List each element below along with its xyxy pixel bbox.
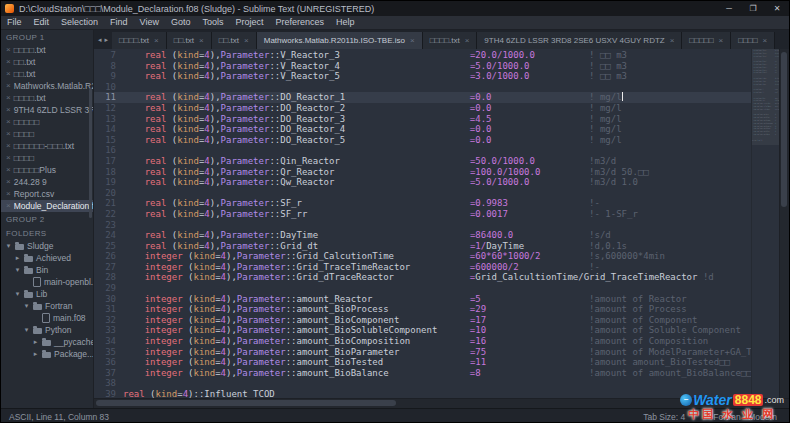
code-line[interactable]: 12 real (kind=4),Parameter::DO_Reactor_2… — [94, 103, 751, 114]
menu-item-file[interactable]: File — [1, 16, 28, 29]
tree-item[interactable]: ▸Achieved — [1, 252, 93, 264]
code-line[interactable]: 7 real (kind=4),Parameter::V_Reactor_3 =… — [94, 50, 751, 61]
tab-close-icon[interactable]: × — [670, 36, 675, 45]
menu-item-selection[interactable]: Selection — [55, 16, 104, 29]
disclosure-collapsed-icon[interactable]: ▸ — [14, 252, 21, 264]
close-file-icon[interactable]: × — [6, 92, 11, 104]
close-file-icon[interactable]: × — [6, 188, 11, 200]
open-file-item[interactable]: ×□□.txt — [1, 68, 93, 80]
code-line[interactable]: 15 real (kind=4),Parameter::DO_Reactor_5… — [94, 135, 751, 146]
code-line[interactable]: 16 — [94, 145, 751, 156]
tab-7[interactable]: □□□□□× — [682, 32, 731, 49]
open-file-item[interactable]: ×□□□□ — [1, 128, 93, 140]
code-line[interactable]: 36 integer (kind=4),Parameter::amount_Bi… — [94, 357, 751, 368]
close-file-icon[interactable]: × — [6, 164, 11, 176]
code-line[interactable]: 31 integer (kind=4),Parameter::amount_Bi… — [94, 304, 751, 315]
code-line[interactable]: 9 real (kind=4),Parameter::V_Reactor_5 =… — [94, 71, 751, 82]
tree-item[interactable]: ▾Sludge — [1, 240, 93, 252]
code-line[interactable]: 39real (kind=4)::Influent_TCOD — [94, 389, 751, 398]
menu-item-goto[interactable]: Goto — [165, 16, 197, 29]
open-file-item[interactable]: ×Module_Declaration.f — [1, 200, 93, 212]
vertical-scrollbar[interactable] — [779, 49, 789, 398]
code-line[interactable]: 18 real (kind=4),Parameter::Qr_Reactor =… — [94, 167, 751, 178]
sidebar-scrollbar[interactable] — [89, 88, 92, 218]
menu-item-help[interactable]: Help — [330, 16, 361, 29]
open-file-item[interactable]: ×□□□□.txt — [1, 44, 93, 56]
code-line[interactable]: 23 — [94, 220, 751, 231]
code-line[interactable]: 32 integer (kind=4),Parameter::amount_Bi… — [94, 315, 751, 326]
code-line[interactable]: 21 real (kind=4),Parameter::SF_r =0.9983… — [94, 198, 751, 209]
tree-item[interactable]: ▸Package... — [1, 348, 93, 360]
close-file-icon[interactable]: × — [6, 200, 11, 212]
close-file-icon[interactable]: × — [6, 104, 11, 116]
menu-item-tools[interactable]: Tools — [196, 16, 229, 29]
code-line[interactable]: 29 — [94, 283, 751, 294]
tab-close-icon[interactable]: × — [154, 36, 159, 45]
tab-size-status[interactable]: Tab Size: 4 — [643, 412, 685, 422]
minimap-viewport[interactable] — [752, 49, 779, 145]
tree-item[interactable]: main-openbl... — [1, 276, 93, 288]
disclosure-expanded-icon[interactable]: ▾ — [23, 300, 30, 312]
code-line[interactable]: 25 real (kind=4),Parameter::Grid_dt =1/D… — [94, 241, 751, 252]
minimap[interactable]: real (kind=4),Parameter::V_Reactor_3 =20… — [751, 49, 779, 398]
vertical-scrollbar-thumb[interactable] — [781, 52, 787, 207]
tab-5[interactable]: □□□□.txt× — [423, 32, 478, 49]
tree-item[interactable]: ▸__pycache__ — [1, 336, 93, 348]
tree-item[interactable]: ▾Bin — [1, 264, 93, 276]
code-line[interactable]: 35 integer (kind=4),Parameter::amount_Bi… — [94, 347, 751, 358]
close-file-icon[interactable]: × — [6, 68, 11, 80]
disclosure-collapsed-icon[interactable]: ▸ — [32, 348, 39, 360]
menu-item-edit[interactable]: Edit — [28, 16, 56, 29]
open-file-item[interactable]: ×□□□□.txt — [1, 92, 93, 104]
tab-4[interactable]: Mathworks.Matlab.R2011b.ISO-TBE.iso× — [257, 32, 423, 49]
open-file-item[interactable]: ×□□.txt — [1, 56, 93, 68]
tab-close-icon[interactable]: × — [199, 36, 204, 45]
close-file-icon[interactable]: × — [6, 44, 11, 56]
close-file-icon[interactable]: × — [6, 140, 11, 152]
disclosure-expanded-icon[interactable]: ▾ — [14, 288, 21, 300]
tab-2[interactable]: □□.txt× — [167, 32, 212, 49]
open-file-item[interactable]: ×9TH4 6ZLD LSSR 3RD... — [1, 104, 93, 116]
code-line[interactable]: 10 — [94, 82, 751, 93]
code-line[interactable]: 37 integer (kind=4),Parameter::amount_Bi… — [94, 368, 751, 379]
disclosure-expanded-icon[interactable]: ▾ — [14, 264, 21, 276]
tab-6[interactable]: 9TH4 6ZLD LSSR 3RD8 2SE6 USXV 4GUY RDTZ× — [477, 32, 682, 49]
code-line[interactable]: 8 real (kind=4),Parameter::V_Reactor_4 =… — [94, 61, 751, 72]
code-area[interactable]: 7 real (kind=4),Parameter::V_Reactor_3 =… — [94, 49, 751, 398]
close-file-icon[interactable]: × — [6, 56, 11, 68]
open-file-item[interactable]: ×Report.csv — [1, 188, 93, 200]
disclosure-collapsed-icon[interactable]: ▸ — [32, 336, 39, 348]
close-file-icon[interactable]: × — [6, 176, 11, 188]
tab-close-icon[interactable]: × — [465, 36, 470, 45]
open-file-item[interactable]: ×244.28 9 — [1, 176, 93, 188]
code-line[interactable]: 27 integer (kind=4),Parameter::Grid_Trac… — [94, 262, 751, 273]
tree-item[interactable]: ▾Python — [1, 324, 93, 336]
tab-scroll-right-icon[interactable]: ▸ — [105, 36, 109, 44]
disclosure-expanded-icon[interactable]: ▾ — [23, 324, 30, 336]
code-line[interactable]: 28 integer (kind=4),Parameter::Grid_dTra… — [94, 272, 751, 283]
horizontal-scrollbar-thumb[interactable] — [96, 400, 396, 406]
code-line[interactable]: 26 integer (kind=4),Parameter::Grid_Calc… — [94, 251, 751, 262]
open-file-item[interactable]: ×□□□□□ — [1, 116, 93, 128]
tab-3[interactable]: □□.txt× — [212, 32, 257, 49]
code-line[interactable]: 14 real (kind=4),Parameter::DO_Reactor_4… — [94, 124, 751, 135]
close-file-icon[interactable]: × — [6, 152, 11, 164]
close-button[interactable]: ✕ — [765, 1, 789, 16]
code-line[interactable]: 34 integer (kind=4),Parameter::amount_Bi… — [94, 336, 751, 347]
minimize-button[interactable]: ─ — [717, 1, 741, 16]
code-line[interactable]: 11 real (kind=4),Parameter::DO_Reactor_1… — [94, 92, 751, 103]
close-file-icon[interactable]: × — [6, 80, 11, 92]
code-line[interactable]: 24 real (kind=4),Parameter::DayTime =864… — [94, 230, 751, 241]
menu-item-preferences[interactable]: Preferences — [269, 16, 330, 29]
close-file-icon[interactable]: × — [6, 128, 11, 140]
tab-close-icon[interactable]: × — [763, 36, 768, 45]
code-line[interactable]: 22 real (kind=4),Parameter::SF_rr =0.001… — [94, 209, 751, 220]
tree-item[interactable]: ▾Fortran — [1, 300, 93, 312]
menu-item-project[interactable]: Project — [229, 16, 269, 29]
tab-1[interactable]: □□□□.txt× — [112, 32, 167, 49]
maximize-button[interactable]: ❐ — [741, 1, 765, 16]
open-file-item[interactable]: ×□□□□□Plus — [1, 164, 93, 176]
code-line[interactable]: 17 real (kind=4),Parameter::Qin_Reactor … — [94, 156, 751, 167]
menu-item-view[interactable]: View — [134, 16, 165, 29]
tab-scroll-left-icon[interactable]: ◂ — [98, 36, 102, 44]
